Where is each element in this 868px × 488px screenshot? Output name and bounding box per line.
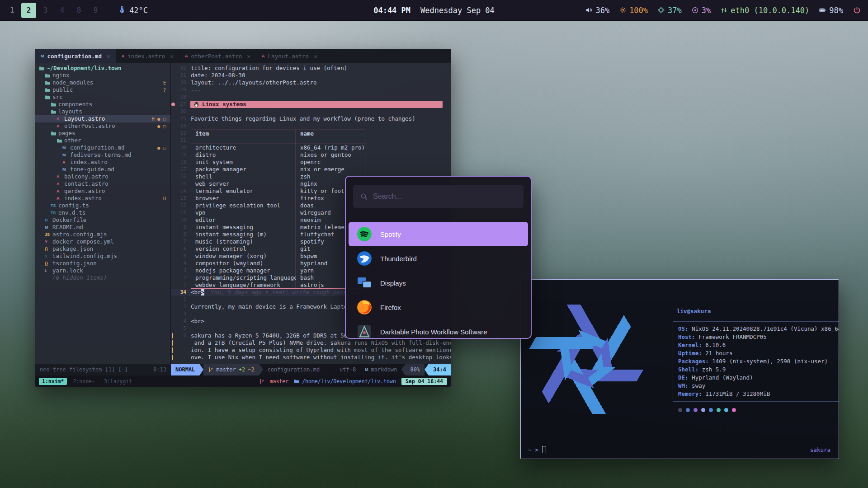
tree-item-config.ts[interactable]: TS config.ts [35, 202, 170, 209]
launcher-item-spotify[interactable]: Spotify [349, 222, 528, 246]
workspace-8[interactable]: 8 [71, 3, 86, 18]
tree-item-yarn.lock[interactable]: L yarn.lock [35, 267, 170, 274]
workspace-1[interactable]: 1 [5, 3, 19, 18]
tree-item-other[interactable]: other [35, 137, 170, 144]
tree-item-node_modules[interactable]: node_modules E [35, 79, 170, 86]
tab-Layout.astro[interactable]: A Layout.astro × [256, 49, 323, 63]
tmux-session-list: 1:nvim*2:node-3:lazygit [39, 378, 135, 385]
folder-open-icon [39, 66, 47, 71]
launcher-item-displays[interactable]: Displays [349, 271, 528, 295]
json-file-icon: {} [45, 245, 52, 253]
search-input[interactable]: Search... [353, 185, 524, 208]
fetch-label: DE: [678, 374, 692, 381]
tree-item-nginx[interactable]: nginx [35, 72, 170, 79]
gutter-sign [171, 101, 175, 105]
tree-item-docker-compose.yml[interactable]: Y docker-compose.yml [35, 238, 170, 245]
tree-item-configuration.md[interactable]: M configuration.md ● □ [35, 144, 170, 151]
line-number: 6 [175, 332, 191, 339]
workspace-2[interactable]: 2 [21, 3, 36, 18]
table-cell-item: webdev language/framework [191, 282, 296, 288]
brightness-module[interactable]: 100% [619, 6, 648, 15]
palette-dot [701, 408, 705, 412]
shell-prompt[interactable]: ~ > [528, 446, 546, 453]
fetch-user-host: liv@sakura [677, 308, 711, 314]
tree-item-label: Layout.astro [64, 115, 105, 122]
tmux-session-2:node-[interactable]: 2:node- [70, 378, 98, 385]
temperature-module: 42°C [118, 6, 148, 15]
git-branch-icon [208, 367, 213, 372]
clock-time: 04:44 PM [373, 6, 410, 15]
tmux-session-1:nvim*[interactable]: 1:nvim* [39, 378, 67, 385]
tree-item-astro.config.mjs[interactable]: JS astro.config.mjs [35, 231, 170, 238]
tree-item-(6 hidden items)[interactable]: (6 hidden items) [35, 274, 170, 282]
tree-item-Layout.astro[interactable]: A Layout.astro H ● □ [35, 115, 170, 122]
tree-item-public[interactable]: public ? [35, 86, 170, 94]
tree-item-label: balcony.astro [64, 173, 108, 180]
terminal-window[interactable]: liv@sakura OS: NixOS 24.11.20240828.71e9… [520, 279, 839, 459]
tree-root[interactable]: ~/Development/liv.town [35, 65, 170, 72]
battery-module[interactable]: 98% [819, 6, 843, 15]
close-icon[interactable]: × [247, 53, 250, 60]
line-number: 20 [175, 144, 191, 151]
tab-index.astro[interactable]: A index.astro × [116, 49, 179, 63]
tree-item-package.json[interactable]: {} package.json [35, 245, 170, 253]
tree-item-src[interactable]: src [35, 94, 170, 101]
palette-dot [678, 408, 682, 412]
line-text: title: configuration for devices i use (… [191, 65, 347, 72]
tree-item-README.md[interactable]: M README.md [35, 224, 170, 231]
tree-item-env.d.ts[interactable]: TS env.d.ts [35, 209, 170, 216]
app-label: Spotify [380, 230, 401, 238]
tree-item-contact.astro[interactable]: A contact.astro [35, 180, 170, 188]
gutter-sign [171, 310, 175, 318]
cpu-module[interactable]: 37% [658, 6, 682, 15]
close-icon[interactable]: × [170, 53, 174, 60]
app-label: Darktable Photo Workflow Software [380, 328, 487, 336]
tree-item-label: layouts [58, 108, 82, 115]
volume-module[interactable]: 36% [585, 6, 609, 15]
tree-item-balcony.astro[interactable]: A balcony.astro [35, 173, 170, 180]
workspace-3[interactable]: 3 [38, 3, 53, 18]
tree-item-index.astro[interactable]: A index.astro [35, 159, 170, 166]
power-button[interactable] [853, 6, 861, 14]
fetch-value: sway [692, 382, 705, 389]
close-icon[interactable]: × [107, 53, 110, 60]
tree-item-layouts[interactable]: layouts [35, 108, 170, 115]
tree-item-pages[interactable]: pages [35, 130, 170, 137]
tree-item-tone-guide.md[interactable]: M tone-guide.md [35, 166, 170, 173]
git-status-segment: master +2 ~2 [203, 364, 259, 375]
markdown-file-icon: M [62, 151, 70, 159]
tab-otherPost.astro[interactable]: A otherPost.astro × [179, 49, 256, 63]
disk-module[interactable]: 3% [692, 6, 711, 15]
module-list: 36% 100% 37% 3% eth0 (10.0.0.140) 98% [585, 6, 843, 15]
table-cell-item: privilege escalation tool [191, 202, 296, 209]
tree-item-otherPost.astro[interactable]: A otherPost.astro ● □ [35, 122, 170, 130]
tree-item-tsconfig.json[interactable]: {} tsconfig.json [35, 260, 170, 267]
line-text: ion. I have a setup consisting of Hyprla… [191, 347, 451, 354]
module-value: eth0 (10.0.0.140) [731, 6, 809, 15]
workspace-4[interactable]: 4 [55, 3, 70, 18]
workspace-9[interactable]: 9 [88, 3, 103, 18]
launcher-item-thunderbird[interactable]: Thunderbird [349, 246, 528, 271]
tmux-session-3:lazygit[interactable]: 3:lazygit [101, 378, 135, 385]
table-cell-item: init system [191, 159, 296, 166]
tree-item-label: garden.astro [64, 188, 105, 195]
astro-file-icon: A [57, 180, 64, 188]
network-module[interactable]: eth0 (10.0.0.140) [721, 6, 809, 15]
tree-item-Dockerfile[interactable]: D Dockerfile [35, 216, 170, 224]
folder-open-icon [51, 109, 58, 115]
tree-item-components[interactable]: components [35, 101, 170, 108]
tree-item-fediverse-terms.md[interactable]: M fediverse-terms.md [35, 151, 170, 159]
module-value: 3% [702, 6, 711, 15]
tab-configuration.md[interactable]: M configuration.md × [35, 49, 116, 63]
tree-item-index.astro[interactable]: A index.astro H [35, 195, 170, 202]
line-number: 3 [175, 310, 191, 318]
launcher-item-firefox[interactable]: Firefox [349, 295, 528, 319]
close-icon[interactable]: × [314, 53, 317, 60]
tree-item-label: tailwind.config.mjs [52, 253, 117, 260]
line-text: ove. I use Nix when I need software with… [191, 354, 451, 361]
tree-item-tailwind.config.mjs[interactable]: T tailwind.config.mjs [35, 253, 170, 260]
tree-item-garden.astro[interactable]: A garden.astro [35, 188, 170, 195]
tab-label: index.astro [127, 53, 165, 60]
launcher-item-darktable[interactable]: Darktable Photo Workflow Software [349, 319, 528, 339]
neo-tree-statusline: neo-tree filesystem [1] [-] 8:13 [35, 364, 171, 375]
